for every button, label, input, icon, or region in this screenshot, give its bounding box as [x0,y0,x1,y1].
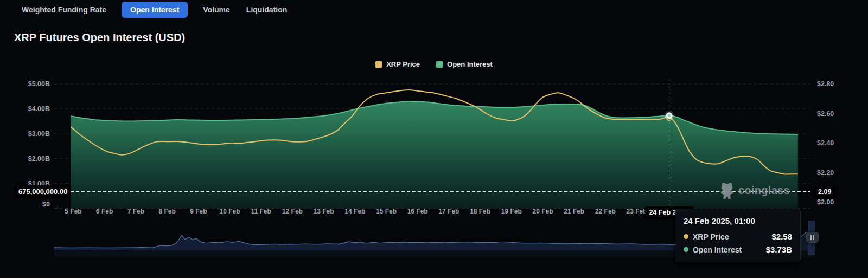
left-axis-tick: $2.00B [10,155,50,163]
x-axis-tick: 11 Feb [244,208,278,215]
right-axis-tick: $2.40 [817,139,834,147]
crosshair-right-value-badge: 2.09 [814,186,835,198]
x-axis-tick: 19 Feb [494,208,529,215]
x-axis-tick: 16 Feb [400,208,435,215]
tab-open-interest[interactable]: Open Interest [122,2,188,18]
legend-item-xrp-price[interactable]: XRP Price [375,60,420,68]
chart-type-tabs: Weighted Funding RateOpen InterestVolume… [21,1,288,18]
x-axis-tick: 14 Feb [337,208,372,215]
chart-tooltip: 24 Feb 2025, 01:00 XRP Price $2.58 Open … [675,209,801,262]
x-axis-tick: 7 Feb [118,208,153,215]
coinglass-wordmark: coinglass [738,184,790,197]
tooltip-label: XRP Price [693,232,771,241]
x-axis-tick: 15 Feb [369,208,404,215]
legend-swatch-icon [436,61,443,68]
right-axis-tick: $2.80 [817,80,834,88]
x-axis-tick: 10 Feb [213,208,247,215]
left-axis-tick: $5.00B [10,80,50,88]
x-axis-tick: 17 Feb [431,208,466,215]
right-axis-tick: $2.20 [817,169,834,177]
tab-weighted-funding-rate[interactable]: Weighted Funding Rate [21,2,107,18]
tooltip-row-open-interest: Open Interest $3.73B [684,245,792,254]
legend-swatch-icon [375,61,382,68]
x-axis-tick: 18 Feb [463,208,497,215]
right-axis-tick: $2.60 [817,110,834,118]
chart-legend: XRP PriceOpen Interest [0,60,868,68]
x-axis-tick: 9 Feb [181,208,216,215]
tab-liquidation[interactable]: Liquidation [245,2,288,18]
page-title: XRP Futures Open Interest (USD) [14,31,185,44]
left-axis-tick: $0 [10,201,50,208]
crosshair-left-value-badge: 675,000,000.00 [15,185,71,198]
left-axis-tick: $4.00B [10,105,50,113]
tooltip-row-xrp-price: XRP Price $2.58 [684,232,792,241]
navigator-handle[interactable] [806,232,819,243]
x-axis-tick: 20 Feb [526,208,560,215]
tooltip-value: $3.73B [766,245,792,254]
open-interest-dot-icon [684,247,688,252]
x-axis-tick: 6 Feb [87,208,122,215]
tooltip-value: $2.58 [771,232,792,241]
legend-label: Open Interest [447,60,493,68]
left-axis-tick: $3.00B [10,130,50,138]
x-axis-tick: 21 Feb [557,208,591,215]
tooltip-label: Open Interest [693,245,766,254]
tooltip-date: 24 Feb 2025, 01:00 [684,216,792,225]
coinglass-bear-icon [719,182,735,199]
legend-label: XRP Price [386,60,420,68]
legend-item-open-interest[interactable]: Open Interest [436,60,493,68]
xrp-price-dot-icon [684,234,688,239]
coinglass-watermark: coinglass [719,182,790,199]
x-axis-tick: 8 Feb [150,208,184,215]
x-axis-tick: 13 Feb [307,208,341,215]
x-axis-tick: 22 Feb [588,208,623,215]
tab-volume[interactable]: Volume [202,2,231,18]
right-axis-tick: $2.00 [817,198,834,206]
coinglass-chart-panel: Weighted Funding RateOpen InterestVolume… [0,0,868,278]
x-axis-tick: 12 Feb [275,208,310,215]
x-axis-tick: 5 Feb [56,208,91,215]
